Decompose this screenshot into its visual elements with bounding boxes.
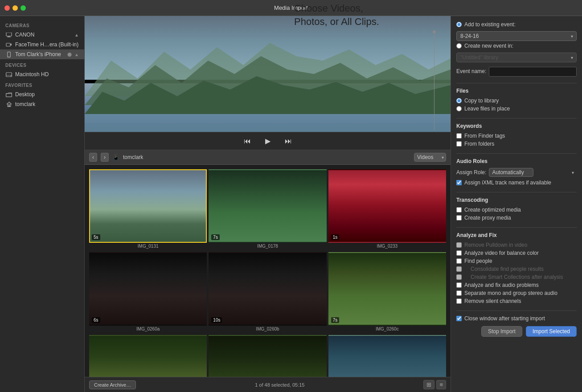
analyze-item-label: Create Smart Collections after analysis: [464, 274, 563, 280]
camera-icon: [5, 42, 12, 47]
thumbnail-label: IMG_0178: [209, 243, 326, 250]
thumbnail-item[interactable]: 5sIMG_0131: [89, 169, 207, 250]
canon-eject-icon[interactable]: ▲: [74, 33, 79, 37]
thumbnail-label: IMG_0260a: [89, 326, 207, 333]
analyze-item-checkbox[interactable]: [456, 250, 462, 256]
canon-label: CANON: [15, 32, 72, 38]
sidebar-item-facetime[interactable]: FaceTime H…era (Built-in): [0, 40, 84, 49]
optimized-media-checkbox[interactable]: [456, 207, 462, 212]
add-existing-label: Add to existing event:: [464, 21, 516, 28]
create-archive-button[interactable]: Create Archive…: [89, 380, 136, 389]
sidebar-item-macintosh[interactable]: Macintosh HD: [0, 69, 84, 79]
svg-rect-0: [6, 33, 12, 36]
event-name-input[interactable]: [489, 67, 577, 77]
analyze-item-checkbox[interactable]: [456, 290, 462, 296]
assign-role-row: Assign Role: Automatically Dialogue Musi…: [456, 168, 577, 177]
assign-role-dropdown[interactable]: Automatically Dialogue Music Effects: [489, 168, 533, 177]
analyze-item-checkbox[interactable]: [456, 258, 462, 264]
iphone-battery-icon: ⬤: [67, 52, 72, 57]
sidebar-item-tomclark[interactable]: tomclark: [0, 99, 84, 109]
create-new-radio[interactable]: [456, 43, 462, 49]
grid-view-button[interactable]: ⊞: [423, 380, 434, 389]
svg-rect-2: [7, 37, 11, 37]
thumbnail-item[interactable]: 3sIMG_0297: [89, 335, 207, 377]
thumbnail-item[interactable]: 1sIMG_0233: [328, 169, 446, 250]
thumbnail-item[interactable]: 7sIMG_0260c: [328, 252, 446, 333]
thumbnail-image: 5s: [89, 169, 207, 243]
list-view-button[interactable]: ≡: [436, 380, 446, 389]
divider-3: [456, 153, 577, 154]
maximize-button[interactable]: [20, 5, 26, 11]
play-button[interactable]: ▶: [262, 136, 273, 146]
analyze-item-checkbox[interactable]: [456, 298, 462, 304]
monitor-icon: [5, 32, 12, 37]
thumbnail-image: 10s: [209, 252, 326, 326]
divider-5: [456, 227, 577, 228]
status-text: 1 of 48 selected, 05:15: [140, 382, 419, 388]
thumbnail-image: 7s: [209, 169, 326, 243]
minimize-button[interactable]: [12, 5, 18, 11]
analyze-item-row: Analyze video for balance color: [456, 250, 577, 256]
favorites-header: FAVORITES: [0, 79, 84, 90]
thumbnail-item[interactable]: 10sIMG_0260b: [209, 252, 326, 333]
thumbnail-image: 3s: [89, 335, 207, 377]
analyze-item-checkbox[interactable]: [456, 274, 462, 280]
thumbnail-item[interactable]: 6sIMG_0298: [209, 335, 326, 377]
tomclark-label: tomclark: [15, 101, 79, 107]
iphone-eject-icon[interactable]: ▲: [74, 52, 79, 57]
analyze-item-row: Consolidate find people results: [456, 266, 577, 272]
analyze-item-label: Remove silent channels: [464, 298, 521, 304]
analyze-item-checkbox[interactable]: [456, 282, 462, 288]
assign-ixml-label: Assign iXML track names if available: [464, 180, 551, 186]
close-window-checkbox[interactable]: [456, 316, 462, 321]
analyze-title: Analyze and Fix: [456, 232, 577, 238]
leave-files-row: Leave files in place: [456, 106, 577, 112]
from-folders-row: From folders: [456, 141, 577, 147]
proxy-media-checkbox[interactable]: [456, 215, 462, 220]
analyze-item-row: Remove Pulldown in video: [456, 242, 577, 248]
analyze-item-row: Analyze and fix audio problems: [456, 282, 577, 288]
skip-forward-button[interactable]: ⏭: [282, 136, 295, 146]
sidebar-item-iphone[interactable]: Tom Clark's iPhone ⬤ ▲: [0, 49, 84, 59]
thumbnail-grid: 5sIMG_01317sIMG_01781sIMG_02336sIMG_0260…: [85, 165, 451, 377]
thumbnail-label: IMG_0131: [89, 243, 207, 250]
analyze-items: Remove Pulldown in videoAnalyze video fo…: [456, 242, 577, 304]
device-name-label: tomclark: [123, 154, 410, 160]
nav-next-button[interactable]: ›: [101, 153, 109, 162]
leave-files-radio[interactable]: [456, 106, 462, 111]
analyze-item-checkbox[interactable]: [456, 242, 462, 248]
skip-back-button[interactable]: ⏮: [241, 136, 254, 146]
import-selected-button[interactable]: Import Selected: [526, 326, 577, 337]
event-name-row: Event name:: [456, 66, 577, 77]
svg-rect-12: [8, 105, 10, 106]
add-existing-radio[interactable]: [456, 22, 462, 27]
svg-rect-3: [6, 43, 10, 46]
existing-event-dropdown-wrap: 8-24-16: [456, 29, 577, 43]
close-button[interactable]: [4, 5, 10, 11]
devices-header: DEVICES: [0, 59, 84, 69]
copy-to-library-radio[interactable]: [456, 98, 462, 103]
preview-area: [85, 16, 451, 132]
home-icon: [5, 102, 12, 107]
existing-event-dropdown[interactable]: 8-24-16: [456, 31, 577, 41]
nav-prev-button[interactable]: ‹: [89, 153, 97, 162]
finder-tags-checkbox[interactable]: [456, 133, 462, 139]
new-event-dropdown-wrap: "Untitled" library: [456, 51, 577, 64]
thumbnail-label: IMG_0233: [328, 243, 446, 250]
from-folders-label: From folders: [464, 141, 494, 147]
new-event-dropdown[interactable]: "Untitled" library: [456, 53, 577, 62]
svg-rect-1: [8, 36, 10, 37]
thumbnail-item[interactable]: 15sIMG_0322: [328, 335, 446, 377]
from-folders-checkbox[interactable]: [456, 141, 462, 147]
assign-ixml-checkbox[interactable]: [456, 180, 462, 185]
stop-import-button[interactable]: Stop Import: [481, 326, 522, 337]
svg-rect-17: [85, 123, 451, 132]
sidebar-item-canon[interactable]: CANON ▲: [0, 30, 84, 40]
sidebar-item-desktop[interactable]: Desktop: [0, 90, 84, 99]
analyze-item-checkbox[interactable]: [456, 266, 462, 272]
analyze-item-label: Remove Pulldown in video: [464, 242, 527, 248]
optimized-media-row: Create optimized media: [456, 207, 577, 213]
thumbnail-item[interactable]: 7sIMG_0178: [209, 169, 326, 250]
thumbnail-item[interactable]: 6sIMG_0260a: [89, 252, 207, 333]
filter-select[interactable]: Videos Photos All Clips: [414, 153, 446, 162]
